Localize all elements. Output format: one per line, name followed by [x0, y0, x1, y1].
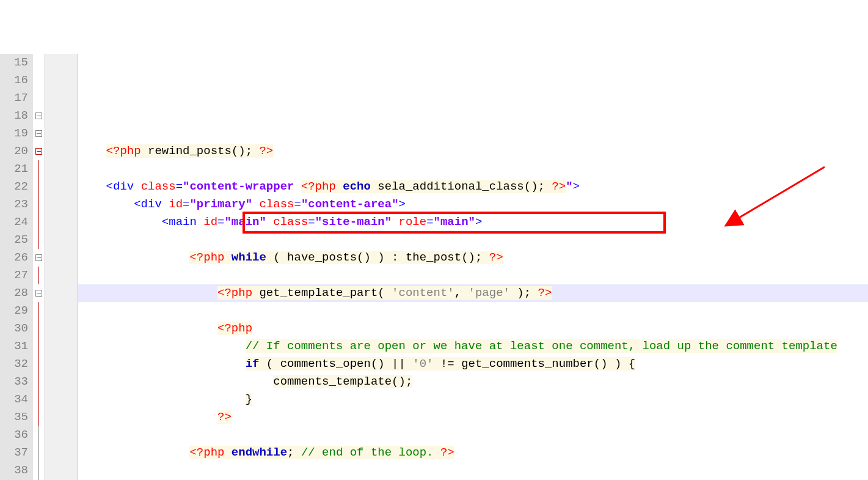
code-line[interactable]: <?php get_template_part( 'content', 'pag… — [78, 284, 868, 302]
fold-column[interactable] — [33, 54, 45, 480]
code-line[interactable]: // If comments are open or we have at le… — [78, 338, 868, 355]
code-line[interactable] — [78, 462, 868, 479]
code-line[interactable]: } — [78, 391, 868, 408]
fold-marker — [33, 408, 45, 426]
line-number: 33 — [2, 373, 28, 391]
code-line[interactable]: <div class="content-wrapper <?php echo s… — [78, 178, 868, 196]
fold-marker[interactable] — [33, 284, 45, 302]
fold-marker[interactable] — [33, 125, 45, 142]
line-number: 27 — [2, 267, 28, 284]
fold-marker — [33, 178, 45, 196]
fold-marker — [33, 231, 45, 249]
line-number: 30 — [2, 320, 28, 338]
line-number: 21 — [2, 160, 28, 178]
code-line[interactable]: ?> — [78, 408, 868, 426]
fold-marker — [33, 373, 45, 391]
code-line[interactable]: <div id="primary" class="content-area"> — [78, 196, 868, 213]
line-number: 19 — [2, 125, 28, 142]
code-line[interactable]: <?php — [78, 320, 868, 338]
line-number: 23 — [2, 196, 28, 213]
line-number: 22 — [2, 178, 28, 196]
code-line[interactable] — [78, 160, 868, 178]
fold-marker — [33, 320, 45, 338]
code-line[interactable]: if ( comments_open() || '0' != get_comme… — [78, 355, 868, 373]
code-line[interactable]: <main id="main" class="site-main" role="… — [78, 213, 868, 231]
code-line[interactable] — [78, 267, 868, 284]
code-line[interactable]: <?php rewind_posts(); ?> — [78, 142, 868, 160]
code-line[interactable] — [78, 302, 868, 320]
fold-marker[interactable] — [33, 107, 45, 125]
fold-marker — [33, 213, 45, 231]
fold-marker — [33, 267, 45, 284]
line-number: 37 — [2, 444, 28, 462]
fold-marker — [33, 391, 45, 408]
line-number: 38 — [2, 462, 28, 479]
line-number: 31 — [2, 338, 28, 355]
line-number: 15 — [2, 54, 28, 72]
fold-marker[interactable] — [33, 89, 45, 107]
code-line[interactable] — [78, 125, 868, 142]
fold-marker[interactable] — [33, 54, 45, 72]
line-number-gutter: 1516171819202122232425262728293031323334… — [0, 54, 33, 480]
fold-marker — [33, 302, 45, 320]
fold-marker[interactable] — [33, 72, 45, 89]
line-number: 20 — [2, 142, 28, 160]
line-number: 34 — [2, 391, 28, 408]
code-editor[interactable]: 1516171819202122232425262728293031323334… — [0, 54, 868, 480]
line-number: 16 — [2, 72, 28, 89]
fold-marker[interactable] — [33, 249, 45, 267]
line-number: 26 — [2, 249, 28, 267]
fold-marker — [33, 338, 45, 355]
fold-marker[interactable] — [33, 142, 45, 160]
line-number: 25 — [2, 231, 28, 249]
fold-marker — [33, 426, 45, 444]
fold-marker — [33, 462, 45, 479]
code-area[interactable]: <?php rewind_posts(); ?> <div class="con… — [78, 54, 868, 480]
fold-marker — [33, 160, 45, 178]
line-number: 35 — [2, 408, 28, 426]
fold-marker — [33, 196, 45, 213]
code-line[interactable]: <?php while ( have_posts() ) : the_post(… — [78, 249, 868, 267]
line-number: 17 — [2, 89, 28, 107]
fold-marker — [33, 444, 45, 462]
line-number: 29 — [2, 302, 28, 320]
fold-marker — [33, 355, 45, 373]
line-number: 32 — [2, 355, 28, 373]
line-number: 24 — [2, 213, 28, 231]
code-line[interactable]: comments_template(); — [78, 373, 868, 391]
code-line[interactable]: <?php endwhile; // end of the loop. ?> — [78, 444, 868, 462]
line-number: 28 — [2, 284, 28, 302]
line-number: 36 — [2, 426, 28, 444]
margin-column — [45, 54, 78, 480]
line-number: 18 — [2, 107, 28, 125]
code-line[interactable] — [78, 426, 868, 444]
code-line[interactable] — [78, 231, 868, 249]
